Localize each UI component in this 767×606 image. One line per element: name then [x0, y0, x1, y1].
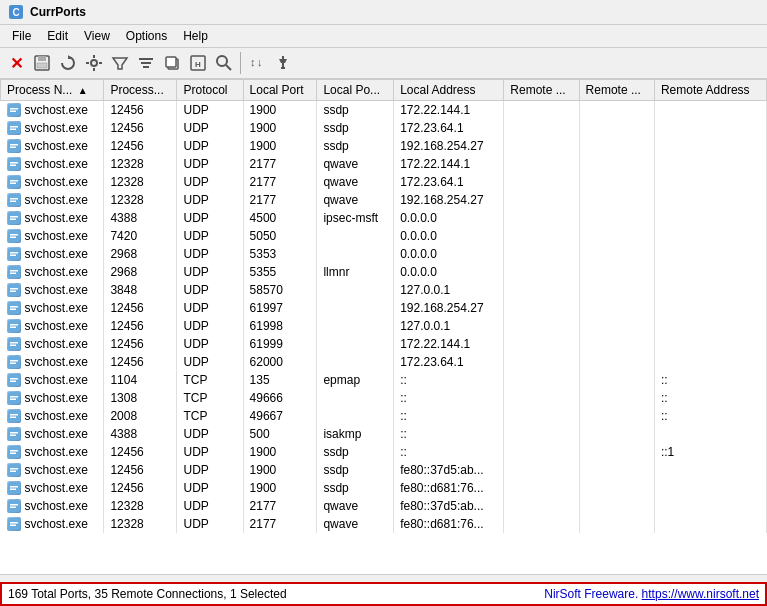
svg-rect-13 — [141, 62, 151, 64]
col-process-name[interactable]: Process N... ▲ — [1, 80, 104, 101]
process-icon — [7, 391, 21, 405]
svg-rect-54 — [10, 270, 18, 272]
filter-button[interactable] — [108, 51, 132, 75]
table-row[interactable]: svchost.exe12328UDP2177qwavefe80::37d5:a… — [1, 497, 767, 515]
col-local-address[interactable]: Local Address — [394, 80, 504, 101]
menu-help[interactable]: Help — [175, 27, 216, 45]
process-name-text: svchost.exe — [25, 373, 88, 387]
svg-rect-38 — [8, 176, 20, 188]
svg-rect-4 — [37, 63, 47, 68]
process-name-text: svchost.exe — [25, 103, 88, 117]
svg-rect-71 — [8, 374, 20, 386]
table-row[interactable]: svchost.exe12328UDP2177qwave172.22.144.1 — [1, 155, 767, 173]
svg-text:↕: ↕ — [250, 56, 256, 68]
table-row[interactable]: svchost.exe2008TCP49667:::: — [1, 407, 767, 425]
col-remote-port-name[interactable]: Remote ... — [579, 80, 654, 101]
options-button[interactable] — [82, 51, 106, 75]
svg-rect-39 — [10, 180, 18, 182]
copy-button[interactable] — [160, 51, 184, 75]
svg-rect-56 — [8, 284, 20, 296]
svg-rect-61 — [10, 309, 16, 311]
table-row[interactable]: svchost.exe12456UDP61998127.0.0.1 — [1, 317, 767, 335]
toolbar: ✕ — [0, 48, 767, 79]
table-row[interactable]: svchost.exe12328UDP2177qwavefe80::d681:7… — [1, 515, 767, 533]
svg-rect-82 — [10, 435, 16, 437]
table-row[interactable]: svchost.exe4388UDP500isakmp:: — [1, 425, 767, 443]
svg-rect-81 — [10, 432, 18, 434]
table-row[interactable]: svchost.exe12456UDP61997192.168.254.27 — [1, 299, 767, 317]
table-row[interactable]: svchost.exe4388UDP4500ipsec-msft0.0.0.0 — [1, 209, 767, 227]
process-icon — [7, 499, 21, 513]
process-icon — [7, 193, 21, 207]
svg-rect-34 — [10, 147, 16, 149]
svg-rect-16 — [166, 57, 176, 67]
table-row[interactable]: svchost.exe2968UDP53530.0.0.0 — [1, 245, 767, 263]
process-name-text: svchost.exe — [25, 301, 88, 315]
svg-rect-44 — [8, 212, 20, 224]
svg-rect-42 — [10, 198, 18, 200]
table-row[interactable]: svchost.exe12456UDP1900ssdp192.168.254.2… — [1, 137, 767, 155]
table-row[interactable]: svchost.exe12328UDP2177qwave192.168.254.… — [1, 191, 767, 209]
svg-rect-96 — [10, 522, 18, 524]
main-table-container[interactable]: Process N... ▲ Process... Protocol Local… — [0, 79, 767, 575]
col-local-port[interactable]: Local Port — [243, 80, 317, 101]
svg-rect-35 — [8, 158, 20, 170]
filter2-button[interactable] — [134, 51, 158, 75]
table-row[interactable]: svchost.exe12456UDP1900ssdpfe80::d681:76… — [1, 479, 767, 497]
table-row[interactable]: svchost.exe1104TCP135epmap:::: — [1, 371, 767, 389]
html-export-button[interactable]: H — [186, 51, 210, 75]
menu-bar: File Edit View Options Help — [0, 25, 767, 48]
svg-text:H: H — [195, 60, 201, 69]
table-row[interactable]: svchost.exe12456UDP62000172.23.64.1 — [1, 353, 767, 371]
menu-view[interactable]: View — [76, 27, 118, 45]
menu-file[interactable]: File — [4, 27, 39, 45]
table-row[interactable]: svchost.exe1308TCP49666:::: — [1, 389, 767, 407]
table-body: svchost.exe12456UDP1900ssdp172.22.144.1s… — [1, 101, 767, 534]
col-local-port-name[interactable]: Local Po... — [317, 80, 394, 101]
svg-rect-78 — [10, 414, 18, 416]
table-row[interactable]: svchost.exe12456UDP61999172.22.144.1 — [1, 335, 767, 353]
table-row[interactable]: svchost.exe2968UDP5355llmnr0.0.0.0 — [1, 263, 767, 281]
table-row[interactable]: svchost.exe12456UDP1900ssdpfe80::37d5:ab… — [1, 461, 767, 479]
svg-point-19 — [217, 56, 227, 66]
search-button[interactable] — [212, 51, 236, 75]
process-name-text: svchost.exe — [25, 139, 88, 153]
process-icon — [7, 157, 21, 171]
table-row[interactable]: svchost.exe12456UDP1900ssdp172.22.144.1 — [1, 101, 767, 120]
table-row[interactable]: svchost.exe3848UDP58570127.0.0.1 — [1, 281, 767, 299]
nirsoft-link[interactable]: https://www.nirsoft.net — [642, 587, 759, 601]
pin-button[interactable] — [271, 51, 295, 75]
process-name-text: svchost.exe — [25, 445, 88, 459]
svg-rect-59 — [8, 302, 20, 314]
table-row[interactable]: svchost.exe12456UDP1900ssdp172.23.64.1 — [1, 119, 767, 137]
svg-rect-36 — [10, 162, 18, 164]
svg-rect-27 — [10, 108, 18, 110]
process-name-text: svchost.exe — [25, 337, 88, 351]
col-process-id[interactable]: Process... — [104, 80, 177, 101]
svg-rect-62 — [8, 320, 20, 332]
process-name-text: svchost.exe — [25, 211, 88, 225]
process-icon — [7, 211, 21, 225]
process-icon — [7, 247, 21, 261]
col-protocol[interactable]: Protocol — [177, 80, 243, 101]
sort-button[interactable]: ↕ ↓ — [245, 51, 269, 75]
svg-rect-26 — [8, 104, 20, 116]
svg-rect-63 — [10, 324, 18, 326]
table-row[interactable]: svchost.exe12456UDP1900ssdp::::1 — [1, 443, 767, 461]
table-row[interactable]: svchost.exe12328UDP2177qwave172.23.64.1 — [1, 173, 767, 191]
svg-rect-95 — [8, 518, 20, 530]
close-button[interactable]: ✕ — [4, 51, 28, 75]
svg-text:↓: ↓ — [257, 56, 263, 68]
process-name-text: svchost.exe — [25, 481, 88, 495]
status-bar: 169 Total Ports, 35 Remote Connections, … — [0, 582, 767, 606]
svg-rect-48 — [10, 234, 18, 236]
col-remote-address[interactable]: Remote Address — [654, 80, 766, 101]
col-remote-port[interactable]: Remote ... — [504, 80, 579, 101]
refresh-button[interactable] — [56, 51, 80, 75]
svg-rect-77 — [8, 410, 20, 422]
table-row[interactable]: svchost.exe7420UDP50500.0.0.0 — [1, 227, 767, 245]
save-button[interactable] — [30, 51, 54, 75]
menu-options[interactable]: Options — [118, 27, 175, 45]
svg-rect-41 — [8, 194, 20, 206]
menu-edit[interactable]: Edit — [39, 27, 76, 45]
